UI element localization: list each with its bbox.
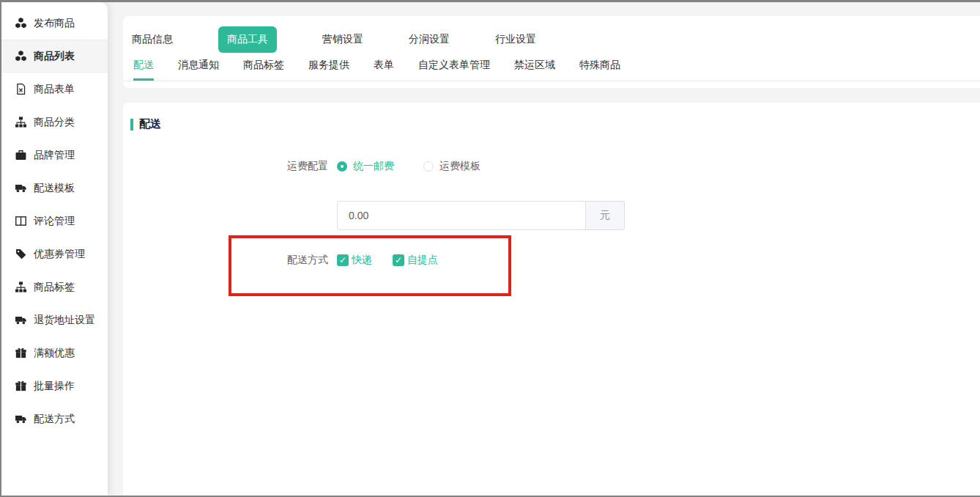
freight-config-row: 运费配置 统一邮费 运费模板	[123, 160, 480, 173]
sub-tabs: 配送 消息通知 商品标签 服务提供 表单 自定义表单管理 禁运区域 特殊商品	[123, 53, 980, 81]
columns-icon	[15, 216, 26, 227]
radio-unselected-icon	[423, 161, 434, 172]
sitemap-icon	[15, 281, 26, 292]
sidebar-item-product-list[interactable]: 商品列表	[1, 40, 108, 73]
sidebar-item-label: 商品分类	[34, 116, 75, 129]
postage-input[interactable]	[337, 201, 586, 230]
subtab-product-tags[interactable]: 商品标签	[243, 59, 284, 72]
sidebar-item-publish-product[interactable]: 发布商品	[1, 7, 108, 40]
section-accent-bar	[130, 119, 133, 130]
checkbox-label: 自提点	[407, 254, 438, 267]
sidebar-item-batch-operations[interactable]: 批量操作	[1, 369, 108, 402]
cubes-icon	[15, 51, 26, 62]
sidebar-item-label: 配送方式	[34, 413, 75, 426]
window-frame-left	[0, 0, 1, 497]
section-title: 配送	[139, 117, 161, 131]
top-tabs: 商品信息 商品工具 营销设置 分润设置 行业设置	[123, 16, 980, 53]
sidebar-item-return-address-settings[interactable]: 退货地址设置	[1, 303, 108, 336]
sidebar-item-label: 评论管理	[34, 215, 75, 228]
radio-unified-postage[interactable]: 统一邮费	[337, 160, 394, 173]
app-root: 发布商品 商品列表 商品表单 商品分类 品牌管理 配送模板 评论管理 优惠券管	[0, 0, 980, 497]
checkbox-pickup-point[interactable]: ✓ 自提点	[393, 254, 438, 267]
radio-label: 统一邮费	[353, 160, 394, 173]
sidebar: 发布商品 商品列表 商品表单 商品分类 品牌管理 配送模板 评论管理 优惠券管	[1, 2, 108, 496]
sidebar-item-label: 优惠券管理	[34, 248, 85, 261]
gift-icon	[15, 380, 26, 391]
postage-input-group: 元	[337, 201, 625, 230]
subtab-message-notification[interactable]: 消息通知	[178, 59, 219, 72]
gift-icon	[15, 347, 26, 358]
sidebar-item-label: 发布商品	[34, 17, 75, 30]
subtab-form[interactable]: 表单	[374, 59, 394, 72]
delivery-checkbox-group: ✓ 快递 ✓ 自提点	[337, 254, 438, 267]
delivery-method-label: 配送方式	[123, 254, 328, 267]
content-panel: 配送 运费配置 统一邮费 运费模板 元 配送方式	[123, 103, 980, 497]
radio-label: 运费模板	[439, 160, 480, 173]
sidebar-item-product-category[interactable]: 商品分类	[1, 106, 108, 139]
sidebar-item-label: 商品列表	[34, 50, 75, 63]
radio-freight-template[interactable]: 运费模板	[423, 160, 480, 173]
sidebar-item-label: 退货地址设置	[34, 314, 95, 327]
freight-config-label: 运费配置	[123, 160, 328, 173]
delivery-method-row: 配送方式 ✓ 快递 ✓ 自提点	[123, 254, 438, 267]
tabs-card: 商品信息 商品工具 营销设置 分润设置 行业设置 配送 消息通知 商品标签 服务…	[123, 16, 980, 88]
checkbox-checked-icon: ✓	[337, 254, 349, 266]
sidebar-item-delivery-template[interactable]: 配送模板	[1, 172, 108, 205]
subtab-special-products[interactable]: 特殊商品	[579, 59, 620, 72]
tab-industry-settings[interactable]: 行业设置	[495, 26, 536, 53]
sidebar-item-brand-management[interactable]: 品牌管理	[1, 139, 108, 172]
tab-product-info[interactable]: 商品信息	[132, 26, 173, 53]
truck-icon	[15, 314, 26, 325]
sidebar-item-product-form[interactable]: 商品表单	[1, 73, 108, 106]
sidebar-item-label: 品牌管理	[34, 149, 75, 162]
truck-icon	[15, 183, 26, 194]
subtab-delivery[interactable]: 配送	[133, 59, 154, 72]
briefcase-icon	[15, 150, 26, 161]
sidebar-item-label: 配送模板	[34, 182, 75, 195]
sidebar-item-product-tags[interactable]: 商品标签	[1, 270, 108, 303]
subtab-service-provision[interactable]: 服务提供	[308, 59, 349, 72]
checkbox-checked-icon: ✓	[393, 254, 404, 266]
sidebar-item-label: 商品表单	[34, 83, 75, 96]
truck-icon	[15, 413, 26, 424]
sidebar-item-label: 批量操作	[34, 380, 75, 393]
tag-icon	[15, 248, 26, 259]
sidebar-item-comment-management[interactable]: 评论管理	[1, 205, 108, 238]
tab-marketing-settings[interactable]: 营销设置	[322, 26, 363, 53]
subtab-custom-form-management[interactable]: 自定义表单管理	[418, 59, 490, 72]
checkbox-express[interactable]: ✓ 快递	[337, 254, 372, 267]
sidebar-item-delivery-method[interactable]: 配送方式	[1, 402, 108, 435]
sidebar-item-coupon-management[interactable]: 优惠券管理	[1, 238, 108, 270]
tab-profit-settings[interactable]: 分润设置	[409, 26, 450, 53]
sidebar-item-label: 商品标签	[34, 281, 75, 294]
cubes-icon	[15, 18, 26, 29]
tab-product-tools[interactable]: 商品工具	[218, 26, 277, 53]
sitemap-icon	[15, 117, 26, 128]
window-frame-top	[0, 0, 980, 2]
section-header: 配送	[130, 117, 161, 131]
file-icon	[15, 84, 26, 95]
subtab-embargo-area[interactable]: 禁运区域	[514, 59, 555, 72]
sidebar-item-full-amount-discount[interactable]: 满额优惠	[1, 336, 108, 369]
radio-selected-icon	[337, 161, 347, 172]
checkbox-label: 快递	[352, 254, 372, 267]
freight-radio-group: 统一邮费 运费模板	[337, 160, 480, 173]
sidebar-item-label: 满额优惠	[34, 347, 75, 360]
postage-unit-suffix: 元	[586, 201, 625, 230]
